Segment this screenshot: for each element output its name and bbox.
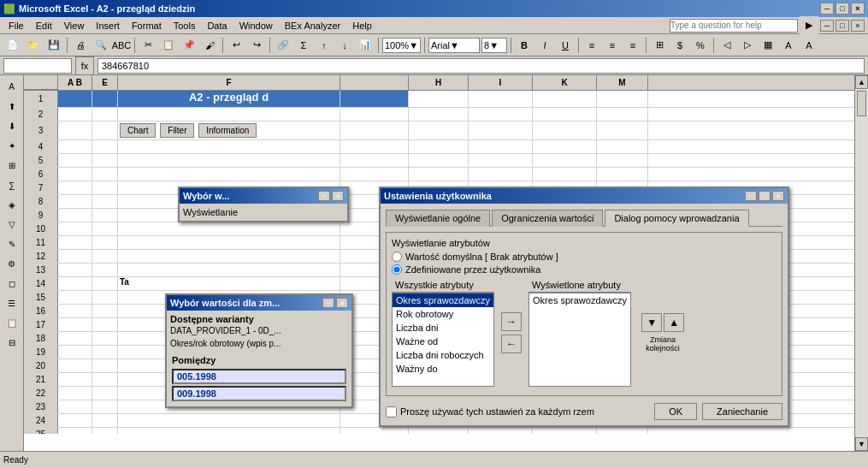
pom-val1[interactable]: 005.1998 bbox=[172, 369, 346, 384]
sidebar-icon-filter[interactable]: ▽ bbox=[3, 215, 21, 234]
sidebar-icon-13[interactable]: ⊟ bbox=[3, 333, 21, 352]
cancel-button[interactable]: Zaniechanie bbox=[702, 403, 782, 420]
save-icon[interactable]: 💾 bbox=[44, 36, 63, 55]
ok-button[interactable]: OK bbox=[654, 403, 697, 420]
sidebar-icon-5[interactable]: ⊞ bbox=[3, 156, 21, 175]
help-search-input[interactable] bbox=[670, 19, 798, 33]
sort-desc-icon[interactable]: ↓ bbox=[335, 36, 354, 55]
radio-wartosc-domyslna[interactable]: Wartość domyślna [ Brak atrybutów ] bbox=[392, 252, 776, 262]
copy-icon[interactable]: 📋 bbox=[159, 36, 178, 55]
pom-val2[interactable]: 009.1998 bbox=[172, 386, 346, 401]
list-item-rok[interactable]: Rok obrotowy bbox=[393, 307, 493, 321]
hyperlink-icon[interactable]: 🔗 bbox=[274, 36, 292, 55]
underline-icon[interactable]: U bbox=[556, 36, 575, 55]
new-icon[interactable]: 📄 bbox=[3, 36, 22, 55]
fx-button[interactable]: fx bbox=[75, 56, 94, 75]
move-up-button[interactable]: ▲ bbox=[664, 313, 684, 332]
dialog-wybor-wartosci-zm[interactable]: Wybór wartości dla zm... ─ × Dostępne wa… bbox=[165, 293, 353, 408]
menu-file[interactable]: File bbox=[3, 19, 29, 33]
information-button[interactable]: Information bbox=[198, 123, 257, 138]
merge-icon[interactable]: ⊞ bbox=[650, 36, 669, 55]
list-item-liczba-dni[interactable]: Liczba dni bbox=[393, 321, 493, 335]
undo-icon[interactable]: ↩ bbox=[227, 36, 245, 55]
restore-button[interactable]: □ bbox=[836, 3, 849, 15]
app-restore-button[interactable]: □ bbox=[836, 20, 849, 32]
filter-button[interactable]: Filter bbox=[160, 123, 194, 138]
right-list-panel[interactable]: Okres sprawozdawczy bbox=[528, 293, 631, 387]
sidebar-icon-1[interactable]: A bbox=[3, 77, 21, 96]
app-minimize-button[interactable]: ─ bbox=[820, 20, 834, 32]
align-left-icon[interactable]: ≡ bbox=[582, 36, 601, 55]
sidebar-icon-4[interactable]: ✦ bbox=[3, 136, 21, 155]
border-icon[interactable]: ▦ bbox=[759, 36, 777, 55]
italic-icon[interactable]: I bbox=[535, 36, 554, 55]
scroll-thumb[interactable] bbox=[857, 91, 866, 116]
tab-dialog-pomocy[interactable]: Dialog pomocy wprowadzania bbox=[605, 210, 748, 227]
align-center-icon[interactable]: ≡ bbox=[603, 36, 622, 55]
sidebar-icon-8[interactable]: ✎ bbox=[3, 234, 21, 253]
percent-icon[interactable]: % bbox=[691, 36, 710, 55]
radio-zdefiniowane[interactable]: Zdefiniowane przez użytkownika bbox=[392, 264, 776, 275]
scroll-up-button[interactable]: ▲ bbox=[855, 75, 868, 89]
list-item-wazny-do[interactable]: Ważny do bbox=[393, 362, 493, 376]
print-icon[interactable]: 🖨 bbox=[71, 36, 90, 55]
menu-edit[interactable]: Edit bbox=[31, 19, 57, 33]
move-down-button[interactable]: ▼ bbox=[641, 313, 662, 332]
close-button[interactable]: × bbox=[851, 3, 865, 15]
dialog-wvz-minimize[interactable]: ─ bbox=[322, 298, 334, 308]
open-icon[interactable]: 📁 bbox=[24, 36, 43, 55]
paste-icon[interactable]: 📌 bbox=[180, 36, 198, 55]
sidebar-icon-10[interactable]: ◻ bbox=[3, 274, 21, 293]
right-list-item-okres[interactable]: Okres sprawozdawczy bbox=[529, 293, 630, 307]
font-box[interactable]: Arial ▼ bbox=[428, 38, 480, 53]
font-color-icon[interactable]: A bbox=[800, 36, 818, 55]
menu-data[interactable]: Data bbox=[202, 19, 232, 33]
menu-insert[interactable]: Insert bbox=[91, 19, 125, 33]
dialog-ustawienia-close[interactable]: × bbox=[772, 191, 784, 201]
chart-button[interactable]: Chart bbox=[120, 123, 156, 138]
menu-bex[interactable]: BEx Analyzer bbox=[280, 19, 345, 33]
app-close-button[interactable]: × bbox=[851, 20, 865, 32]
menu-help[interactable]: Help bbox=[347, 19, 377, 33]
sort-asc-icon[interactable]: ↑ bbox=[315, 36, 334, 55]
menu-tools[interactable]: Tools bbox=[168, 19, 201, 33]
format-painter-icon[interactable]: 🖌 bbox=[200, 36, 219, 55]
sidebar-icon-3[interactable]: ⬇ bbox=[3, 116, 21, 135]
list-item-okres[interactable]: Okres sprawozdawczy bbox=[393, 293, 493, 307]
preview-icon[interactable]: 🔍 bbox=[92, 36, 110, 55]
left-list-panel[interactable]: Okres sprawozdawczy Rok obrotowy Liczba … bbox=[392, 293, 494, 387]
align-right-icon[interactable]: ≡ bbox=[623, 36, 642, 55]
formula-input-box[interactable]: 384667810 bbox=[97, 58, 865, 74]
bold-icon[interactable]: B bbox=[515, 36, 534, 55]
fill-color-icon[interactable]: A bbox=[779, 36, 798, 55]
menu-format[interactable]: Format bbox=[127, 19, 167, 33]
chart-icon[interactable]: 📊 bbox=[356, 36, 375, 55]
indent-dec-icon[interactable]: ◁ bbox=[717, 36, 736, 55]
v-scrollbar[interactable]: ▲ ▼ bbox=[854, 75, 868, 451]
minimize-button[interactable]: ─ bbox=[820, 3, 834, 15]
list-item-liczba-dni-rob[interactable]: Liczba dni roboczych bbox=[393, 348, 493, 362]
sidebar-icon-2[interactable]: ⬆ bbox=[3, 97, 21, 116]
redo-icon[interactable]: ↪ bbox=[247, 36, 266, 55]
tab-ograniczenia-wartosci[interactable]: Ograniczenia wartości bbox=[492, 210, 603, 227]
currency-icon[interactable]: $ bbox=[670, 36, 689, 55]
help-arrow-icon[interactable]: ▶ bbox=[800, 16, 818, 35]
dialog-ustawienia-minimize[interactable]: ─ bbox=[745, 191, 757, 201]
sidebar-icon-9[interactable]: ⚙ bbox=[3, 254, 21, 273]
scroll-down-button[interactable]: ▼ bbox=[855, 437, 868, 451]
sidebar-icon-11[interactable]: ☰ bbox=[3, 293, 21, 312]
font-size-box[interactable]: 8 ▼ bbox=[481, 38, 507, 53]
list-item-wazne-od[interactable]: Ważne od bbox=[393, 335, 493, 348]
sidebar-icon-7[interactable]: ◈ bbox=[3, 195, 21, 214]
dialog-wybor-minimize[interactable]: ─ bbox=[318, 191, 330, 201]
sidebar-icon-12[interactable]: 📋 bbox=[3, 313, 21, 332]
tab-wyswietlanie-ogolne[interactable]: Wyświetlanie ogólne bbox=[386, 210, 490, 227]
checkbox-item[interactable]: Proszę używać tych ustawień za każdym rz… bbox=[386, 406, 594, 418]
dialog-wybor-close[interactable]: × bbox=[332, 191, 344, 201]
spellcheck-icon[interactable]: ABC bbox=[112, 36, 131, 55]
sidebar-icon-6[interactable]: ∑ bbox=[3, 175, 21, 194]
autosum-icon[interactable]: Σ bbox=[294, 36, 313, 55]
checkbox-ustawienia[interactable] bbox=[386, 406, 397, 418]
radio-domyslna-input[interactable] bbox=[392, 252, 402, 262]
indent-inc-icon[interactable]: ▷ bbox=[738, 36, 757, 55]
